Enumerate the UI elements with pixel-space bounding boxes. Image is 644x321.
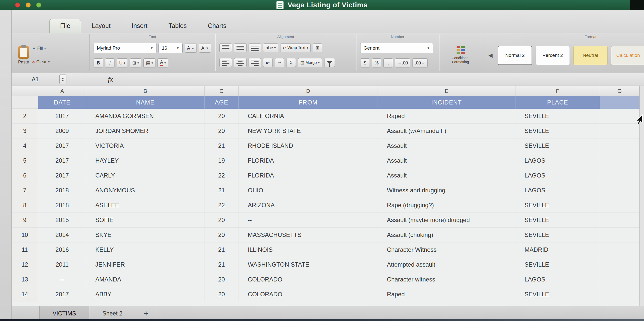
shrink-font-button[interactable]: A▼	[199, 44, 211, 53]
cell-incident[interactable]: Assault (w/Amanda F)	[378, 124, 515, 138]
clear-button[interactable]: × Clear ▾	[32, 59, 50, 65]
cell-place[interactable]: SEVILLE	[515, 257, 600, 272]
fill-button[interactable]: ▼ Fill ▾	[32, 46, 50, 51]
cell-place[interactable]: LAGOS	[515, 153, 600, 168]
grow-font-button[interactable]: A▲	[185, 44, 197, 53]
row-number[interactable]: 12	[12, 257, 38, 272]
cell-age[interactable]: 20	[205, 228, 239, 242]
cell-place[interactable]: MADRID	[515, 242, 600, 257]
cell-incident[interactable]: Raped	[378, 109, 515, 123]
zoom-button[interactable]	[36, 3, 41, 8]
row-number[interactable]: 9	[12, 213, 38, 227]
align-center-button[interactable]	[234, 58, 247, 67]
font-name-combo[interactable]: Myriad Pro ▼	[94, 43, 156, 53]
cell-from[interactable]: MASSACHUSETTS	[239, 228, 378, 242]
cell-from[interactable]: CALIFORNIA	[239, 109, 378, 123]
cell-name[interactable]: JORDAN SHOMER	[86, 124, 205, 138]
percent-button[interactable]: %	[372, 58, 381, 67]
cell-incident[interactable]: Raped	[378, 287, 515, 302]
cell-from[interactable]: RHODE ISLAND	[239, 138, 378, 153]
cell-from[interactable]: NEW YORK STATE	[239, 124, 378, 138]
cell-date[interactable]: 2015	[38, 213, 86, 227]
column-letter-c[interactable]: C	[205, 86, 239, 96]
bold-button[interactable]: B	[94, 58, 103, 67]
cell-place[interactable]: SEVILLE	[515, 109, 600, 123]
cell-name[interactable]: JENNIFER	[86, 257, 205, 272]
cell-empty[interactable]	[600, 168, 639, 183]
cell-place[interactable]: LAGOS	[515, 272, 600, 287]
style-neutral[interactable]: Neutral	[573, 46, 608, 65]
header-empty-g[interactable]	[600, 96, 639, 109]
cell-place[interactable]: SEVILLE	[515, 198, 600, 212]
cell-empty[interactable]	[600, 287, 639, 302]
increase-indent-button[interactable]: ⇥	[275, 58, 284, 67]
tab-charts[interactable]: Charts	[197, 19, 237, 33]
underline-button[interactable]: U▾	[117, 58, 128, 67]
cell-age[interactable]: 21	[205, 183, 239, 198]
row-number[interactable]: 13	[12, 272, 38, 287]
row-number[interactable]: 10	[12, 228, 38, 242]
cell-incident[interactable]: Rape (drugging?)	[378, 198, 515, 212]
select-all-corner[interactable]	[12, 86, 38, 96]
cell-incident[interactable]: Assault (choking)	[378, 228, 515, 242]
paste-button[interactable]: Paste	[18, 46, 29, 65]
cell-place[interactable]: SEVILLE	[515, 124, 600, 138]
cell-from[interactable]: FLORIDA	[239, 168, 378, 183]
cell-date[interactable]: 2017	[38, 138, 86, 153]
cell-from[interactable]: OHIO	[239, 183, 378, 198]
cell-incident[interactable]: Character witness	[378, 272, 515, 287]
cell-incident[interactable]: Assault	[378, 168, 515, 183]
style-percent-2[interactable]: Percent 2	[536, 46, 570, 65]
cell-name[interactable]: SOFIE	[86, 213, 205, 227]
cell-age[interactable]: 21	[205, 138, 239, 153]
merge-button[interactable]: ◫Merge▾	[298, 58, 322, 67]
cell-age[interactable]: 20	[205, 213, 239, 227]
cell-empty[interactable]	[600, 183, 639, 198]
font-size-combo[interactable]: 16 ▼	[158, 43, 182, 53]
cell-date[interactable]: 2018	[38, 183, 86, 198]
header-place[interactable]: PLACE	[515, 96, 600, 109]
font-color-button[interactable]: A▾	[157, 58, 168, 67]
cell-date[interactable]: 2016	[38, 242, 86, 257]
cell-incident[interactable]: Assault	[378, 153, 515, 168]
header-name[interactable]: NAME	[86, 96, 205, 109]
row-number[interactable]: 6	[12, 168, 38, 183]
cell-date[interactable]: 2009	[38, 124, 86, 138]
cell-place[interactable]: SEVILLE	[515, 287, 600, 302]
filter-button[interactable]	[324, 58, 335, 67]
cell-date[interactable]: 2018	[38, 198, 86, 212]
cell-date[interactable]: 2017	[38, 109, 86, 123]
cell-place[interactable]: SEVILLE	[515, 228, 600, 242]
comma-button[interactable]: ,	[383, 58, 393, 67]
cell-name[interactable]: ABBY	[86, 287, 205, 302]
row-number[interactable]: 2	[12, 109, 38, 123]
cell-from[interactable]: WASHINGTON STATE	[239, 257, 378, 272]
cell-place[interactable]: LAGOS	[515, 168, 600, 183]
row-number[interactable]: 4	[12, 138, 38, 153]
cell-date[interactable]: 2017	[38, 168, 86, 183]
number-format-combo[interactable]: General ▼	[360, 43, 433, 53]
cell-age[interactable]: 22	[205, 168, 239, 183]
cell-date[interactable]: 2011	[38, 257, 86, 272]
cell-age[interactable]: 21	[205, 257, 239, 272]
close-button[interactable]	[15, 3, 20, 8]
table-grid-button[interactable]: ⊞	[313, 43, 322, 52]
cell-age[interactable]: 20	[205, 272, 239, 287]
tab-layout[interactable]: Layout	[81, 19, 121, 33]
cell-from[interactable]: --	[239, 213, 378, 227]
column-letter-f[interactable]: F	[515, 86, 600, 96]
column-letter-a[interactable]: A	[38, 86, 86, 96]
cell-age[interactable]: 20	[205, 109, 239, 123]
gallery-scroll-left-button[interactable]: ◀	[486, 50, 495, 60]
borders-button[interactable]: ⊞▾	[130, 58, 141, 67]
cell-name[interactable]: AMANDA GORMSEN	[86, 109, 205, 123]
header-incident[interactable]: INCIDENT	[378, 96, 515, 109]
cell-name[interactable]: ANONYMOUS	[86, 183, 205, 198]
align-bottom-button[interactable]	[249, 43, 261, 52]
fill-color-button[interactable]: ▤▾	[143, 58, 155, 67]
cell-age[interactable]: 20	[205, 287, 239, 302]
cell-date[interactable]: 2017	[38, 153, 86, 168]
text-orientation-button[interactable]: abc▾	[263, 43, 278, 52]
cell-empty[interactable]	[600, 228, 639, 242]
cell-name[interactable]: SKYE	[86, 228, 205, 242]
